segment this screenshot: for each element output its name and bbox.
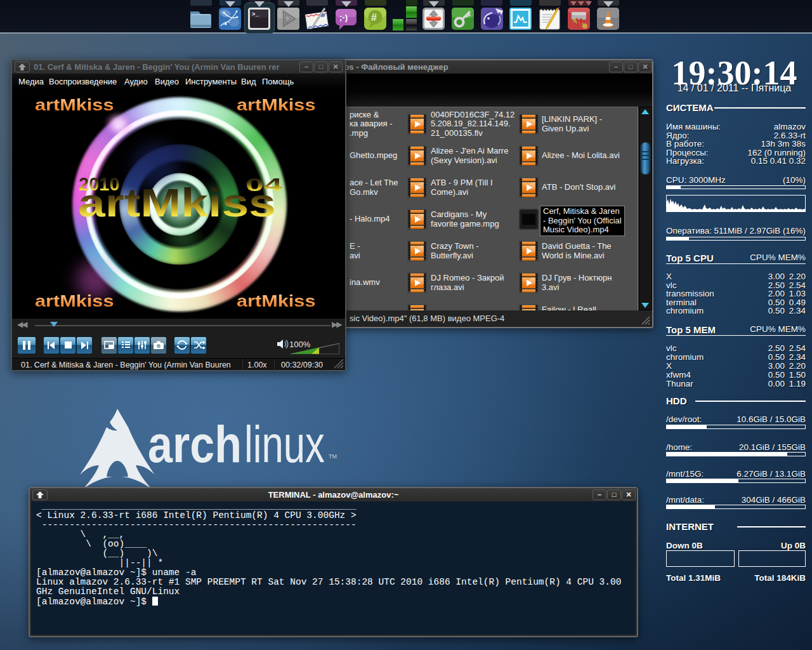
svg-text:>_: >_ (252, 11, 259, 18)
svg-text:;-): ;-) (339, 13, 348, 22)
svg-text:arch: arch (148, 415, 242, 473)
svg-text:linux: linux (244, 415, 325, 473)
svg-text:#: # (371, 12, 377, 23)
svg-text:TM: TM (329, 453, 337, 460)
